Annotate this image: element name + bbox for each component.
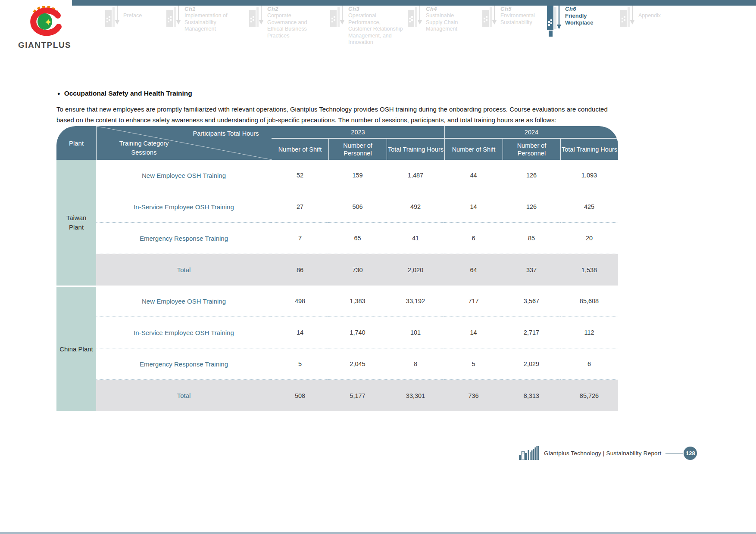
value-cell: 27 [272,191,328,223]
giantplus-logo-mark [23,6,65,38]
total-value-cell: 508 [272,380,328,411]
value-cell: 492 [387,191,444,223]
corner-label-category: Training Category Sessions [114,139,174,157]
value-cell: 506 [328,191,387,223]
section-heading: ● Occupational Safety and Health Trainin… [57,90,192,97]
total-value-cell: 33,301 [387,380,444,411]
value-cell: 14 [444,317,503,348]
footer-report-title: Giantplus Technology | Sustainability Re… [544,450,661,456]
plant-cell-taiwan: Taiwan Plant [56,160,96,286]
value-cell: 2,717 [503,317,560,348]
nav-item-ch1[interactable]: Ch1 Implementation of Sustainability Man… [166,6,230,34]
value-cell: 101 [387,317,444,348]
plant-name-line: China Plant [59,345,93,354]
total-value-cell: 86 [272,254,328,286]
value-cell: 85,608 [560,286,618,317]
value-cell: 3,567 [503,286,560,317]
value-cell: 159 [328,160,387,191]
value-cell: 5 [272,348,328,380]
building-icon [249,6,263,34]
chapter-number: Ch2 [267,6,320,12]
value-cell: 126 [503,160,560,191]
chapter-number: Ch4 [426,6,467,12]
category-cell: New Employee OSH Training [96,160,272,191]
building-icon [547,6,561,39]
nav-label: Operational Performance, Customer Relati… [348,12,404,46]
col-header-hours-2024: Total Training Hours [560,139,618,160]
total-value-cell: 337 [503,254,560,286]
total-value-cell: 730 [328,254,387,286]
total-value-cell: 1,538 [560,254,618,286]
bullet-icon: ● [57,91,60,96]
building-icon [482,6,497,34]
value-cell: 20 [560,223,618,254]
value-cell: 41 [387,223,444,254]
page-footer: Giantplus Technology | Sustainability Re… [519,446,697,460]
chapter-number: Ch6 [565,6,600,12]
col-header-shift-2024: Number of Shift [444,139,503,160]
nav-item-ch4[interactable]: Ch4 Sustainable Supply Chain Management [407,6,467,34]
chapter-number [638,6,669,12]
skyline-icon [519,446,540,460]
value-cell: 2,029 [503,348,560,380]
value-cell: 126 [503,191,560,223]
category-cell: In-Service Employee OSH Training [96,317,272,348]
nav-label: Friendly Workplace [565,12,600,26]
total-value-cell: 8,313 [503,380,560,411]
value-cell: 14 [444,191,503,223]
total-value-cell: 5,177 [328,380,387,411]
value-cell: 717 [444,286,503,317]
value-cell: 6 [444,223,503,254]
page-bottom-edge [0,532,756,534]
nav-item-ch6-active[interactable]: Ch6 Friendly Workplace [547,6,600,39]
total-label-cell: Total [96,380,272,411]
nav-label: Environmental Sustainability [500,12,544,26]
section-paragraph: To ensure that new employees are promptl… [56,104,622,125]
value-cell: 44 [444,160,503,191]
value-cell: 1,740 [328,317,387,348]
diagonal-header-cell: Participants Total Hours Training Catego… [96,126,272,160]
col-header-shift-2023: Number of Shift [272,139,328,160]
chapter-number: Ch5 [500,6,544,12]
nav-label: Sustainable Supply Chain Management [426,12,467,33]
nav-item-ch3[interactable]: Ch3 Operational Performance, Customer Re… [330,6,404,46]
osh-training-table: Plant Participants Total Hours Training … [56,126,618,411]
value-cell: 33,192 [387,286,444,317]
value-cell: 8 [387,348,444,380]
col-header-personnel-2023: Number of Personnel [328,139,387,160]
col-header-personnel-2024: Number of Personnel [503,139,560,160]
total-value-cell: 85,726 [560,380,618,411]
nav-item-ch2[interactable]: Ch2 Corporate Governance and Ethical Bus… [249,6,320,39]
plant-name-line: Plant [69,223,84,232]
nav-item-preface[interactable]: Preface [105,6,149,34]
nav-item-ch5[interactable]: Ch5 Environmental Sustainability [482,6,544,34]
value-cell: 1,093 [560,160,618,191]
nav-label: Appendix [638,12,669,19]
building-icon [407,6,422,34]
building-icon [166,6,181,34]
value-cell: 14 [272,317,328,348]
category-cell: Emergency Response Training [96,348,272,380]
nav-label: Implementation of Sustainability Managem… [184,12,230,33]
nav-item-appendix[interactable]: Appendix [620,6,669,34]
building-icon [620,6,634,34]
value-cell: 85 [503,223,560,254]
corner-label-participants: Participants Total Hours [191,129,260,138]
giantplus-logo: GIANTPLUS [18,6,70,50]
year-header-2023: 2023 [272,126,444,139]
year-header-2024: 2024 [444,126,618,139]
plant-cell-china: China Plant [56,286,96,411]
value-cell: 1,383 [328,286,387,317]
value-cell: 7 [272,223,328,254]
category-cell: Emergency Response Training [96,223,272,254]
value-cell: 65 [328,223,387,254]
chapter-nav-bar [72,0,756,6]
col-header-plant: Plant [56,126,96,160]
building-icon [105,6,119,34]
page-number-badge: 128 [684,447,697,460]
value-cell: 498 [272,286,328,317]
chapter-number [123,6,149,12]
value-cell: 425 [560,191,618,223]
value-cell: 5 [444,348,503,380]
value-cell: 1,487 [387,160,444,191]
